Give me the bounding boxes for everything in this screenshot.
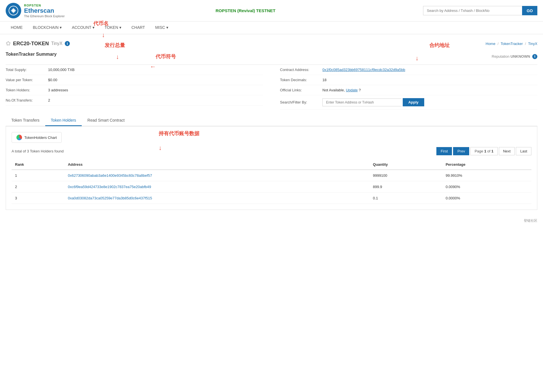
address-2: 0xc6f9ea59d424733e8e1902c7837ea75e20abfb… bbox=[64, 181, 370, 193]
nav-home[interactable]: HOME bbox=[6, 21, 28, 34]
table-row: 1 0x627306090abab3a6e1400e9345bc60c78a8b… bbox=[12, 170, 531, 181]
main-nav: HOME BLOCKCHAIN ▾ ACCOUNT ▾ TOKEN ▾ CHAR… bbox=[0, 21, 543, 34]
breadcrumb-sep1: / bbox=[497, 42, 499, 46]
field-value-total-supply: 10,000,000 TXB bbox=[48, 68, 75, 72]
reputation-label: Reputation UNKNOWN ℹ bbox=[492, 54, 537, 59]
table-row: 2 0xc6f9ea59d424733e8e1902c7837ea75e20ab… bbox=[12, 181, 531, 193]
update-link[interactable]: Update bbox=[346, 88, 358, 92]
result-count: A total of 3 Token Holders found bbox=[12, 149, 64, 153]
tab-read-smart-contract[interactable]: Read Smart Contract bbox=[82, 115, 130, 126]
field-label-token-decimals: Token Decimals: bbox=[280, 78, 322, 82]
breadcrumb: Home / TokenTracker / TinyX bbox=[486, 42, 537, 46]
percentage-2: 0.0090% bbox=[442, 181, 531, 193]
logo-icon bbox=[6, 3, 21, 18]
holders-table: Rank Address Quantity Percentage 1 0x627… bbox=[12, 160, 531, 204]
quantity-2: 899.9 bbox=[370, 181, 442, 193]
tab-token-holders[interactable]: Token Holders bbox=[45, 115, 82, 126]
content-area: TokenHolders Chart A total of 3 Token Ho… bbox=[6, 126, 537, 210]
rank-1: 1 bbox=[12, 170, 64, 181]
footer-watermark: 登链社区 bbox=[524, 219, 537, 223]
field-label-search-filter: Search/Filter By: bbox=[280, 100, 322, 104]
prev-page-button[interactable]: Prev bbox=[453, 147, 469, 155]
nav-misc[interactable]: MISC ▾ bbox=[150, 21, 173, 34]
nav-account[interactable]: ACCOUNT ▾ bbox=[67, 21, 100, 34]
quantity-1: 9999100 bbox=[370, 170, 442, 181]
current-page: 1 bbox=[484, 149, 486, 153]
field-value-official-links: Not Available, Update ? bbox=[322, 88, 361, 92]
reputation-info-icon[interactable]: ℹ bbox=[532, 54, 537, 59]
address-link-1[interactable]: 0x627306090abab3a6e1400e9345bc60c78a8bef… bbox=[68, 173, 152, 178]
search-filter-area: Apply bbox=[322, 98, 424, 106]
logo-tagline: The Ethereum Block Explorer bbox=[24, 14, 65, 18]
total-pages: 1 bbox=[491, 149, 493, 153]
field-value-token-decimals: 18 bbox=[322, 78, 326, 82]
address-link-3[interactable]: 0xa0d03082da73ca05259e77da3b85d0c6e437f5… bbox=[68, 196, 152, 200]
svg-point-1 bbox=[12, 9, 15, 12]
page-info: Page 1 of 1 bbox=[470, 147, 498, 155]
pagination: First Prev Page 1 of 1 Next Last bbox=[436, 147, 531, 155]
col-percentage: Percentage bbox=[442, 160, 531, 170]
field-value-contract-address[interactable]: 0x1f0c085ad323bb69758111cf9ecdc32a32d9a5… bbox=[322, 68, 405, 72]
rank-3: 3 bbox=[12, 193, 64, 204]
field-value-token-holders: 3 addresses bbox=[48, 88, 68, 92]
chart-btn-label: TokenHolders Chart bbox=[24, 135, 57, 140]
search-button[interactable]: GO bbox=[522, 6, 537, 15]
apply-button[interactable]: Apply bbox=[403, 98, 424, 106]
address-3: 0xa0d03082da73ca05259e77da3b85d0c6e437f5… bbox=[64, 193, 370, 204]
address-1: 0x627306090abab3a6e1400e9345bc60c78a8bef… bbox=[64, 170, 370, 181]
chart-button[interactable]: TokenHolders Chart bbox=[12, 132, 62, 143]
field-label-official-links: Official Links: bbox=[280, 88, 322, 92]
token-icon: ✿ bbox=[6, 40, 11, 47]
page-title: ✿ ERC20-TOKEN TinyX ℹ bbox=[6, 40, 70, 47]
nav-blockchain[interactable]: BLOCKCHAIN ▾ bbox=[28, 21, 67, 34]
field-value-transfers: 2 bbox=[48, 98, 50, 102]
col-quantity: Quantity bbox=[370, 160, 442, 170]
field-label-token-holders: Token Holders: bbox=[6, 88, 48, 92]
next-page-button[interactable]: Next bbox=[499, 147, 515, 155]
col-rank: Rank bbox=[12, 160, 64, 170]
breadcrumb-current[interactable]: TinyX bbox=[528, 42, 537, 46]
field-label-value-per-token: Value per Token: bbox=[6, 78, 48, 82]
breadcrumb-sep2: / bbox=[525, 42, 526, 46]
last-page-button[interactable]: Last bbox=[516, 147, 531, 155]
logo-ropsten: ROPSTEN bbox=[24, 4, 65, 7]
network-badge: ROPSTEN (Revival) TESTNET bbox=[216, 8, 275, 13]
field-value-value-per-token: $0.00 bbox=[48, 78, 57, 82]
breadcrumb-token-tracker[interactable]: TokenTracker bbox=[501, 42, 523, 46]
field-label-transfers: No.Of.Transfers: bbox=[6, 98, 48, 102]
tab-token-transfers[interactable]: Token Transfers bbox=[6, 115, 45, 126]
filter-input[interactable] bbox=[322, 98, 402, 106]
address-link-2[interactable]: 0xc6f9ea59d424733e8e1902c7837ea75e20abfb… bbox=[68, 185, 151, 189]
token-name: ERC20-TOKEN bbox=[13, 41, 49, 47]
table-row: 3 0xa0d03082da73ca05259e77da3b85d0c6e437… bbox=[12, 193, 531, 204]
token-symbol: TinyX bbox=[51, 41, 63, 46]
field-label-contract-address: Contract Address: bbox=[280, 68, 322, 72]
percentage-1: 99.9910% bbox=[442, 170, 531, 181]
percentage-3: 0.0000% bbox=[442, 193, 531, 204]
reputation-value: UNKNOWN bbox=[510, 54, 530, 58]
nav-token[interactable]: TOKEN ▾ bbox=[100, 21, 126, 34]
token-info-icon[interactable]: ℹ bbox=[65, 41, 70, 46]
search-input[interactable] bbox=[423, 6, 522, 15]
logo-name[interactable]: Etherscan bbox=[24, 7, 65, 14]
pie-chart-icon bbox=[16, 135, 22, 140]
nav-chart[interactable]: CHART bbox=[126, 21, 150, 34]
field-label-total-supply: Total Supply: bbox=[6, 68, 48, 72]
breadcrumb-home[interactable]: Home bbox=[486, 42, 495, 46]
first-page-button[interactable]: First bbox=[436, 147, 452, 155]
quantity-3: 0.1 bbox=[370, 193, 442, 204]
tab-bar: Token Transfers Token Holders Read Smart… bbox=[6, 115, 537, 126]
col-address: Address bbox=[64, 160, 370, 170]
summary-title: TokenTracker Summary bbox=[6, 52, 57, 57]
rank-2: 2 bbox=[12, 181, 64, 193]
